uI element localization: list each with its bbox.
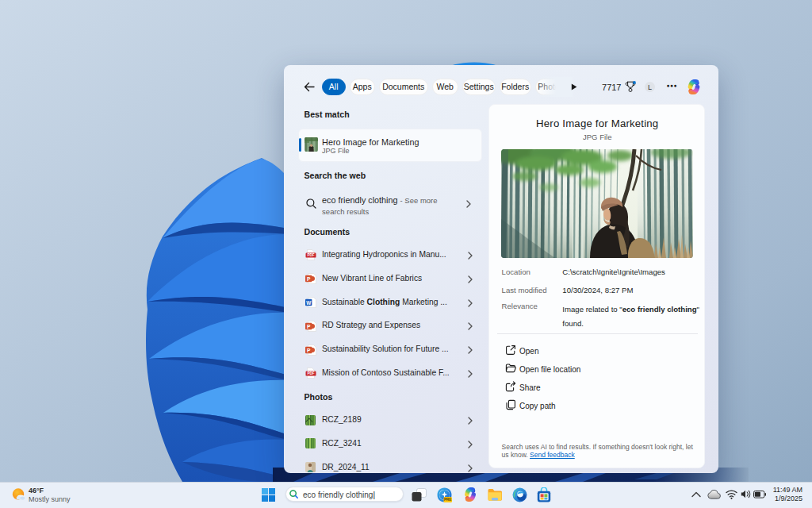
svg-text:P: P (307, 276, 311, 282)
svg-text:PDF: PDF (308, 372, 315, 376)
svg-text:PDF: PDF (308, 254, 315, 258)
svg-text:PRE: PRE (444, 498, 451, 502)
svg-text:W: W (307, 300, 312, 306)
svg-text:P: P (307, 324, 311, 329)
svg-text:P: P (307, 348, 311, 353)
